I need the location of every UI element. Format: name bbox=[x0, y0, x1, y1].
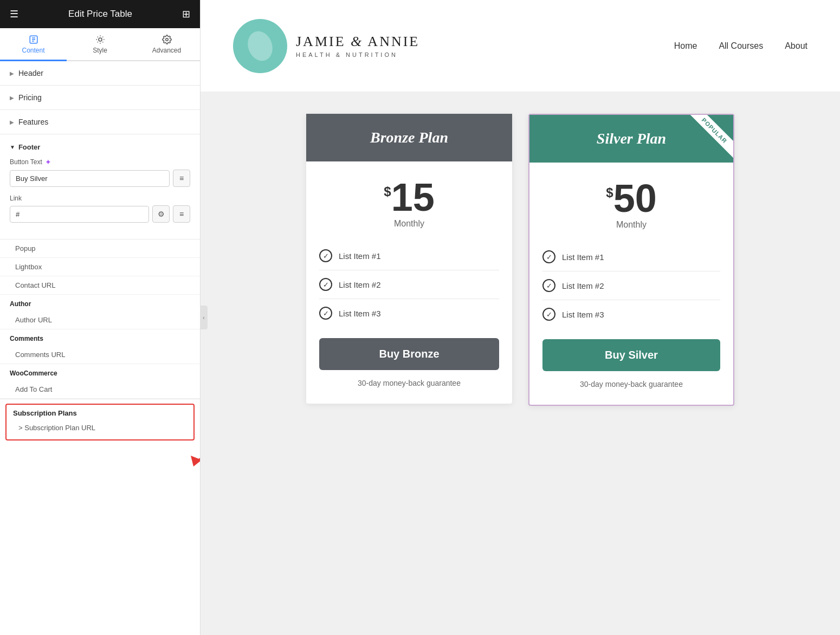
content-icon bbox=[29, 35, 38, 44]
subscription-plans-container: Subscription Plans > Subscription Plan U… bbox=[0, 404, 200, 440]
bronze-price-row: $ 15 bbox=[319, 178, 499, 217]
silver-card: Silver Plan POPULAR $ 50 Monthly ✓ List … bbox=[528, 114, 734, 406]
section-header[interactable]: ▶ Header bbox=[0, 61, 200, 86]
tab-advanced[interactable]: Advanced bbox=[133, 28, 200, 61]
check-icon-2: ✓ bbox=[319, 278, 332, 291]
link-field: Link ⚙ ≡ bbox=[10, 195, 190, 223]
bronze-card-title: Bronze Plan bbox=[317, 129, 501, 146]
dropdown-add-to-cart[interactable]: Add To Cart bbox=[0, 380, 200, 399]
silver-price-period: Monthly bbox=[542, 220, 720, 230]
silver-feature-2: ✓ List Item #2 bbox=[542, 271, 720, 300]
link-menu-btn[interactable]: ≡ bbox=[173, 205, 190, 223]
bronze-feature-3: ✓ List Item #3 bbox=[319, 299, 499, 327]
top-bar: ☰ Edit Price Table ⊞ bbox=[0, 0, 200, 28]
silver-check-icon-1: ✓ bbox=[542, 250, 555, 263]
footer-arrow-icon: ▼ bbox=[10, 144, 15, 150]
bronze-card-body: $ 15 Monthly ✓ List Item #1 ✓ List Item … bbox=[306, 161, 512, 404]
bronze-feature-2: ✓ List Item #2 bbox=[319, 270, 499, 299]
bronze-guarantee: 30-day money-back guarantee bbox=[319, 379, 499, 387]
header-arrow-icon: ▶ bbox=[10, 70, 14, 76]
pricing-area: Bronze Plan $ 15 Monthly ✓ List Item #1 … bbox=[201, 92, 840, 635]
collapse-handle[interactable]: ‹ bbox=[200, 306, 208, 329]
svg-point-7 bbox=[244, 30, 276, 62]
woocommerce-group-label: WooCommerce bbox=[0, 364, 200, 380]
svg-marker-6 bbox=[191, 456, 200, 466]
logo-leaf-icon bbox=[244, 30, 276, 62]
section-features[interactable]: ▶ Features bbox=[0, 110, 200, 134]
silver-check-icon-3: ✓ bbox=[542, 308, 555, 321]
panel-content: ▶ Header ▶ Pricing ▶ Features ▼ Footer B… bbox=[0, 61, 200, 635]
site-nav: Home All Courses About bbox=[674, 41, 807, 51]
silver-card-header: Silver Plan POPULAR bbox=[529, 115, 733, 163]
bronze-card: Bronze Plan $ 15 Monthly ✓ List Item #1 … bbox=[306, 114, 512, 404]
silver-feature-3: ✓ List Item #3 bbox=[542, 300, 720, 328]
silver-price-row: $ 50 bbox=[542, 179, 720, 218]
left-panel: ☰ Edit Price Table ⊞ Content Style Advan… bbox=[0, 0, 201, 635]
bronze-price-period: Monthly bbox=[319, 219, 499, 229]
button-text-field: Button Text ✦ ≡ bbox=[10, 158, 190, 187]
bronze-feature-list: ✓ List Item #1 ✓ List Item #2 ✓ List Ite… bbox=[319, 242, 499, 327]
author-group-label: Author bbox=[0, 295, 200, 311]
dropdown-author-url[interactable]: Author URL bbox=[0, 311, 200, 329]
tab-content[interactable]: Content bbox=[0, 28, 67, 61]
bronze-price-dollar: $ bbox=[384, 184, 391, 199]
buy-silver-button[interactable]: Buy Silver bbox=[542, 339, 720, 371]
logo-circle bbox=[233, 19, 287, 73]
button-text-input-wrap: ≡ bbox=[10, 170, 190, 187]
advanced-icon bbox=[162, 35, 172, 44]
site-header: JAMIE & ANNIE HEALTH & NUTRITION Home Al… bbox=[201, 0, 840, 92]
silver-price-dollar: $ bbox=[606, 185, 613, 200]
tabs-row: Content Style Advanced bbox=[0, 28, 200, 61]
buy-bronze-button[interactable]: Buy Bronze bbox=[319, 338, 499, 370]
site-logo: JAMIE & ANNIE HEALTH & NUTRITION bbox=[233, 19, 419, 73]
nav-home[interactable]: Home bbox=[674, 41, 697, 51]
link-settings-btn[interactable]: ⚙ bbox=[152, 205, 170, 223]
silver-guarantee: 30-day money-back guarantee bbox=[542, 380, 720, 388]
dropdown-popup[interactable]: Popup bbox=[0, 239, 200, 258]
comments-group-label: Comments bbox=[0, 329, 200, 346]
dropdown-comments-url[interactable]: Comments URL bbox=[0, 346, 200, 364]
silver-check-icon-2: ✓ bbox=[542, 279, 555, 292]
subscription-title: Subscription Plans bbox=[13, 409, 187, 417]
section-footer: ▼ Footer Button Text ✦ ≡ Link bbox=[0, 134, 200, 239]
dropdown-lightbox[interactable]: Lightbox bbox=[0, 258, 200, 276]
svg-point-5 bbox=[165, 38, 168, 41]
popular-ribbon: POPULAR bbox=[679, 115, 733, 169]
button-text-label: Button Text ✦ bbox=[10, 158, 190, 166]
top-bar-title: Edit Price Table bbox=[68, 9, 132, 20]
dynamic-icon: ✦ bbox=[45, 158, 51, 166]
subscription-plan-url-item[interactable]: > Subscription Plan URL bbox=[13, 420, 187, 435]
button-text-menu-btn[interactable]: ≡ bbox=[173, 170, 190, 187]
dropdown-section: Popup Lightbox Contact URL Author Author… bbox=[0, 239, 200, 399]
nav-all-courses[interactable]: All Courses bbox=[719, 41, 763, 51]
hamburger-icon[interactable]: ☰ bbox=[10, 8, 18, 20]
features-arrow-icon: ▶ bbox=[10, 119, 14, 125]
logo-text-main: JAMIE & ANNIE bbox=[296, 33, 419, 50]
bronze-price-amount: 15 bbox=[391, 178, 435, 217]
bronze-card-header: Bronze Plan bbox=[306, 114, 512, 161]
check-icon-3: ✓ bbox=[319, 307, 332, 320]
link-input[interactable] bbox=[10, 206, 149, 223]
logo-text-sub: HEALTH & NUTRITION bbox=[296, 51, 419, 59]
link-input-wrap: ⚙ ≡ bbox=[10, 205, 190, 223]
footer-label[interactable]: ▼ Footer bbox=[10, 143, 190, 151]
button-text-input[interactable] bbox=[10, 170, 170, 187]
tab-style[interactable]: Style bbox=[67, 28, 133, 61]
silver-card-body: $ 50 Monthly ✓ List Item #1 ✓ List Item … bbox=[529, 163, 733, 405]
style-icon bbox=[95, 35, 105, 44]
subscription-section: Subscription Plans > Subscription Plan U… bbox=[5, 404, 195, 440]
popular-ribbon-label: POPULAR bbox=[687, 115, 733, 159]
pricing-arrow-icon: ▶ bbox=[10, 95, 14, 101]
dropdown-contact-url[interactable]: Contact URL bbox=[0, 276, 200, 295]
silver-feature-1: ✓ List Item #1 bbox=[542, 243, 720, 271]
nav-about[interactable]: About bbox=[785, 41, 807, 51]
check-icon-1: ✓ bbox=[319, 249, 332, 262]
bronze-feature-1: ✓ List Item #1 bbox=[319, 242, 499, 270]
section-pricing[interactable]: ▶ Pricing bbox=[0, 86, 200, 110]
right-panel: JAMIE & ANNIE HEALTH & NUTRITION Home Al… bbox=[201, 0, 840, 635]
logo-text: JAMIE & ANNIE HEALTH & NUTRITION bbox=[296, 33, 419, 58]
silver-price-amount: 50 bbox=[613, 179, 657, 218]
svg-point-4 bbox=[99, 38, 102, 41]
grid-icon[interactable]: ⊞ bbox=[182, 8, 190, 20]
link-label: Link bbox=[10, 195, 190, 202]
